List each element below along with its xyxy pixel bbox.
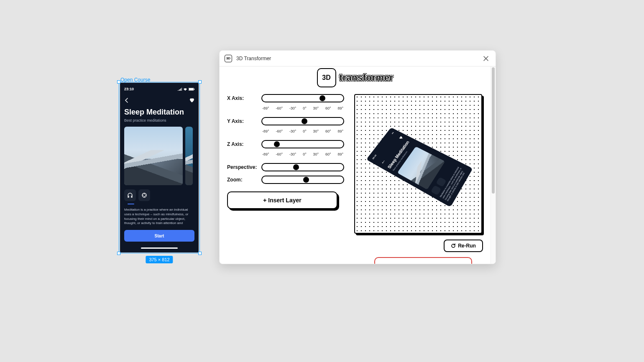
yaxis-label: Y Axis:: [227, 118, 261, 124]
perspective-thumb[interactable]: [293, 164, 299, 170]
start-button[interactable]: Start: [124, 230, 194, 242]
screen-title: Sleep Meditation: [123, 108, 195, 117]
zaxis-label: Z Axis:: [227, 141, 261, 147]
zoom-thumb[interactable]: [303, 177, 309, 183]
preview-phone: 23:10●● ←♥ Sleep Meditation Best practic…: [366, 127, 473, 207]
svg-point-5: [143, 195, 143, 196]
back-icon[interactable]: [124, 98, 129, 103]
resize-handle-bl[interactable]: [117, 252, 120, 255]
image-carousel[interactable]: [123, 127, 195, 185]
svg-point-6: [145, 195, 146, 196]
preview-box: 23:10●● ←♥ Sleep Meditation Best practic…: [354, 94, 482, 234]
tab-indicator: [128, 204, 134, 204]
headphones-chip[interactable]: [124, 189, 136, 201]
zoom-slider[interactable]: [261, 176, 344, 184]
panel-body: 3D transformer X Axis: -89°-60°-30°0°30°…: [220, 66, 491, 264]
plugin-panel: 3D 3D Transformer 3D transformer X Axis:: [219, 50, 496, 264]
frame-selection[interactable]: 23:10 Sleep Meditation Best practice med…: [119, 82, 200, 253]
resize-handle-br[interactable]: [198, 252, 202, 255]
home-indicator: [141, 247, 178, 249]
panel-header[interactable]: 3D 3D Transformer: [220, 51, 496, 66]
battery-icon: [189, 88, 194, 91]
xaxis-slider[interactable]: [261, 94, 344, 102]
phone-frame: 23:10 Sleep Meditation Best practice med…: [120, 83, 199, 252]
perspective-slider[interactable]: [261, 163, 344, 171]
headphones-icon: [127, 192, 133, 198]
carousel-image-peek: [185, 127, 193, 185]
signal-icon: [178, 88, 182, 91]
perspective-label: Perspective:: [227, 164, 261, 170]
logo-text: transformer: [340, 72, 394, 83]
svg-rect-1: [189, 88, 193, 90]
svg-point-7: [144, 196, 145, 197]
zaxis-slider[interactable]: [261, 140, 344, 148]
screen-subtitle: Best practice meditations: [123, 118, 195, 122]
zaxis-ticks: -89°-60°-30°0°30°60°89°: [261, 152, 344, 156]
bottom-button-peek[interactable]: [374, 257, 472, 264]
insert-layer-button[interactable]: + Insert Layer: [227, 191, 337, 209]
yaxis-thumb[interactable]: [302, 118, 307, 124]
logo-badge: 3D: [317, 68, 336, 87]
preview-column: 23:10●● ←♥ Sleep Meditation Best practic…: [354, 94, 483, 252]
video-chip[interactable]: [138, 189, 150, 201]
close-icon: [483, 56, 488, 61]
scrollbar-track[interactable]: [491, 66, 496, 264]
svg-rect-2: [194, 89, 195, 90]
status-bar: 23:10: [123, 86, 195, 92]
xaxis-label: X Axis:: [227, 95, 261, 101]
rerun-button[interactable]: Re-Run: [444, 240, 483, 252]
zaxis-thumb[interactable]: [274, 141, 280, 147]
status-time: 23:10: [124, 87, 134, 91]
status-icons: [178, 88, 194, 91]
scrollbar-thumb[interactable]: [492, 67, 495, 194]
panel-title: 3D Transformer: [236, 56, 271, 61]
description-text: Meditation is a practice where an indivi…: [123, 208, 195, 226]
yaxis-slider[interactable]: [261, 117, 344, 125]
xaxis-ticks: -89°-60°-30°0°30°60°89°: [261, 106, 344, 110]
close-button[interactable]: [481, 54, 491, 63]
dimensions-badge: 375 × 812: [146, 256, 173, 263]
resize-handle-tr[interactable]: [198, 80, 202, 84]
plugin-logo: 3D transformer: [220, 68, 491, 87]
reel-icon: [141, 192, 147, 198]
controls-column: X Axis: -89°-60°-30°0°30°60°89° Y Axis:: [227, 94, 344, 209]
svg-point-4: [144, 194, 145, 194]
plugin-icon: 3D: [225, 55, 232, 62]
resize-handle-tl[interactable]: [117, 80, 120, 84]
refresh-icon: [451, 243, 456, 248]
xaxis-thumb[interactable]: [319, 95, 325, 101]
zoom-label: Zoom:: [227, 177, 261, 183]
wifi-icon: [183, 88, 187, 91]
rerun-label: Re-Run: [458, 243, 476, 249]
heart-icon[interactable]: [189, 98, 194, 103]
yaxis-ticks: -89°-60°-30°0°30°60°89°: [261, 129, 344, 133]
carousel-image: [124, 127, 183, 185]
